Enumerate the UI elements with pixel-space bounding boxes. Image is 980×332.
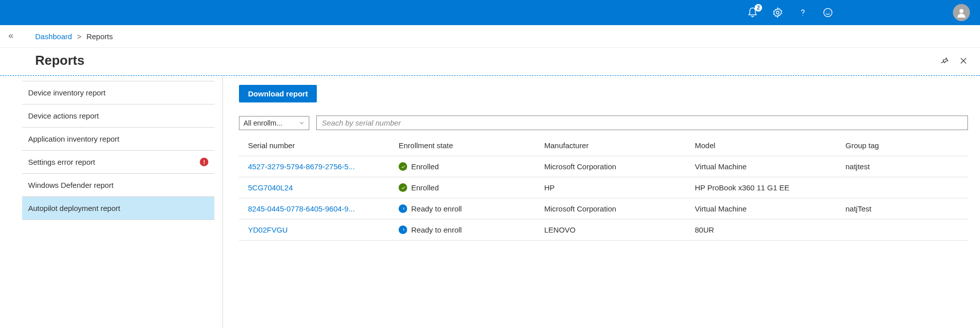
sidebar-item[interactable]: Application inventory report [22,127,214,150]
col-serial[interactable]: Serial number [248,141,399,150]
page-title: Reports [35,53,84,68]
table-header-row: Serial number Enrollment state Manufactu… [239,135,968,156]
chevron-double-left-icon [8,33,15,40]
cell-group_tag: natjTest [845,204,959,213]
title-actions [940,56,968,65]
breadcrumb-current: Reports [86,32,113,41]
question-icon [797,7,808,18]
person-icon [955,7,967,19]
sidebar-item[interactable]: Windows Defender report [22,173,214,196]
gear-icon [772,7,783,18]
cell-model: Virtual Machine [695,204,845,213]
feedback-button[interactable] [822,7,833,18]
cell-state: Ready to enroll [399,204,544,213]
state-label: Ready to enroll [411,204,462,213]
cell-manufacturer: Microsoft Corporation [544,162,695,171]
sidebar-item[interactable]: Autopilot deployment report [22,196,214,220]
sidebar-item-label: Device inventory report [28,88,105,97]
smiley-icon [822,7,833,18]
sidebar-item-label: Windows Defender report [28,181,113,189]
sidebar-item-label: Settings error report [28,158,95,166]
search-wrap [316,116,968,130]
serial-search-input[interactable] [322,119,962,127]
cell-state: Enrolled [399,183,544,192]
collapse-nav-button[interactable] [5,30,17,42]
user-avatar[interactable] [953,4,970,21]
pin-button[interactable] [940,56,949,65]
cell-manufacturer: LENOVO [544,226,695,234]
svg-point-4 [829,12,829,12]
svg-point-2 [824,9,832,17]
svg-point-1 [802,15,803,16]
cell-serial[interactable]: 5CG7040L24 [248,183,399,192]
top-bar: 2 [0,0,980,25]
sidebar-item-label: Device actions report [28,112,99,120]
col-model[interactable]: Model [695,141,845,150]
report-content: Download report All enrollm... Serial nu… [223,76,980,328]
state-label: Ready to enroll [411,226,462,234]
error-icon: ! [200,158,208,166]
check-circle-icon [399,183,407,192]
help-button[interactable] [797,7,808,18]
table-row: 5CG7040L24EnrolledHPHP ProBook x360 11 G… [239,177,968,198]
col-state[interactable]: Enrollment state [399,141,544,150]
cell-state: Enrolled [399,162,544,171]
notification-badge: 2 [755,4,762,12]
check-circle-icon [399,162,407,171]
notifications-button[interactable]: 2 [747,7,758,18]
download-report-button[interactable]: Download report [239,85,317,102]
title-row: Reports [0,48,980,76]
cell-manufacturer: HP [544,183,695,192]
cell-model: HP ProBook x360 11 G1 EE [695,183,845,192]
cell-manufacturer: Microsoft Corporation [544,204,695,213]
chevron-down-icon [299,120,305,126]
main: Device inventory reportDevice actions re… [18,76,980,328]
sidebar-item[interactable]: Device actions report [22,104,214,127]
state-label: Enrolled [411,183,439,192]
sidebar-item[interactable]: Settings error report! [22,150,214,173]
table-row: 4527-3279-5794-8679-2756-5...EnrolledMic… [239,156,968,177]
svg-point-5 [959,9,963,13]
filter-row: All enrollm... [239,116,968,130]
cell-model: Virtual Machine [695,162,845,171]
col-group-tag[interactable]: Group tag [845,141,959,150]
sidebar-item-label: Autopilot deployment report [28,204,120,212]
enrollment-filter-dropdown[interactable]: All enrollm... [239,116,309,130]
close-icon [959,56,968,65]
table-row: YD02FVGUReady to enrollLENOVO80UR [239,219,968,241]
breadcrumb: Dashboard > Reports [35,32,113,41]
cell-serial[interactable]: 8245-0445-0778-6405-9604-9... [248,204,399,213]
cell-serial[interactable]: 4527-3279-5794-8679-2756-5... [248,162,399,171]
close-button[interactable] [959,56,968,65]
dropdown-label: All enrollm... [243,119,282,127]
reports-sidebar: Device inventory reportDevice actions re… [18,76,223,328]
breadcrumb-root[interactable]: Dashboard [35,32,72,41]
settings-button[interactable] [772,7,783,18]
table-row: 8245-0445-0778-6405-9604-9...Ready to en… [239,198,968,219]
clock-icon [399,226,407,234]
state-label: Enrolled [411,162,439,171]
devices-table: Serial number Enrollment state Manufactu… [239,135,968,241]
cell-serial[interactable]: YD02FVGU [248,226,399,234]
breadcrumb-row: Dashboard > Reports [0,25,980,48]
sidebar-item[interactable]: Device inventory report [22,81,214,104]
svg-point-0 [776,11,779,14]
svg-point-3 [826,12,827,12]
cell-group_tag: natjtest [845,162,959,171]
pin-icon [940,56,949,65]
breadcrumb-separator: > [77,32,81,41]
sidebar-item-label: Application inventory report [28,135,119,143]
clock-icon [399,204,407,213]
cell-state: Ready to enroll [399,226,544,234]
col-manufacturer[interactable]: Manufacturer [544,141,695,150]
cell-model: 80UR [695,226,845,234]
